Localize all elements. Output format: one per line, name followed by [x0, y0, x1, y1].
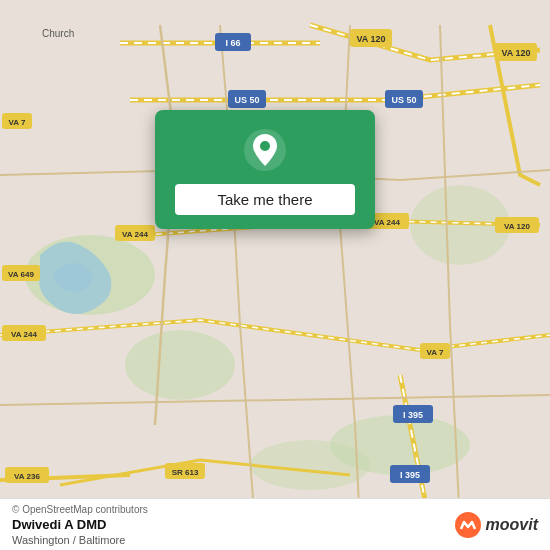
svg-text:I 66: I 66 — [225, 38, 240, 48]
svg-text:I 395: I 395 — [400, 470, 420, 480]
svg-text:US 50: US 50 — [391, 95, 416, 105]
svg-text:SR 613: SR 613 — [172, 468, 199, 477]
svg-point-2 — [125, 330, 235, 400]
moovit-text: moovit — [486, 516, 538, 534]
svg-point-5 — [250, 440, 370, 490]
svg-text:VA 120: VA 120 — [501, 48, 530, 58]
moovit-icon — [454, 511, 482, 539]
svg-text:VA 120: VA 120 — [504, 222, 530, 231]
svg-text:VA 7: VA 7 — [427, 348, 444, 357]
svg-text:VA 244: VA 244 — [11, 330, 37, 339]
svg-text:I 395: I 395 — [403, 410, 423, 420]
location-popup: Take me there — [155, 110, 375, 229]
svg-text:US 50: US 50 — [234, 95, 259, 105]
svg-text:Church: Church — [42, 28, 74, 39]
svg-text:VA 236: VA 236 — [14, 472, 40, 481]
svg-point-42 — [260, 141, 270, 151]
attribution-text: © OpenStreetMap contributors — [12, 504, 148, 515]
moovit-logo: moovit — [454, 511, 538, 539]
location-title: Dwivedi A DMD — [12, 517, 148, 532]
svg-text:VA 7: VA 7 — [9, 118, 26, 127]
location-subtitle: Washington / Baltimore — [12, 534, 148, 546]
location-pin-icon — [243, 128, 287, 172]
map-container: I 66 US 50 US 50 VA 120 VA 120 VA 7 VA 2… — [0, 0, 550, 550]
take-me-there-button[interactable]: Take me there — [175, 184, 355, 215]
bottom-info: © OpenStreetMap contributors Dwivedi A D… — [12, 504, 148, 546]
svg-text:VA 244: VA 244 — [374, 218, 400, 227]
svg-text:VA 120: VA 120 — [356, 34, 385, 44]
svg-text:VA 244: VA 244 — [122, 230, 148, 239]
bottom-bar: © OpenStreetMap contributors Dwivedi A D… — [0, 498, 550, 550]
svg-text:VA 649: VA 649 — [8, 270, 34, 279]
map-background: I 66 US 50 US 50 VA 120 VA 120 VA 7 VA 2… — [0, 0, 550, 550]
